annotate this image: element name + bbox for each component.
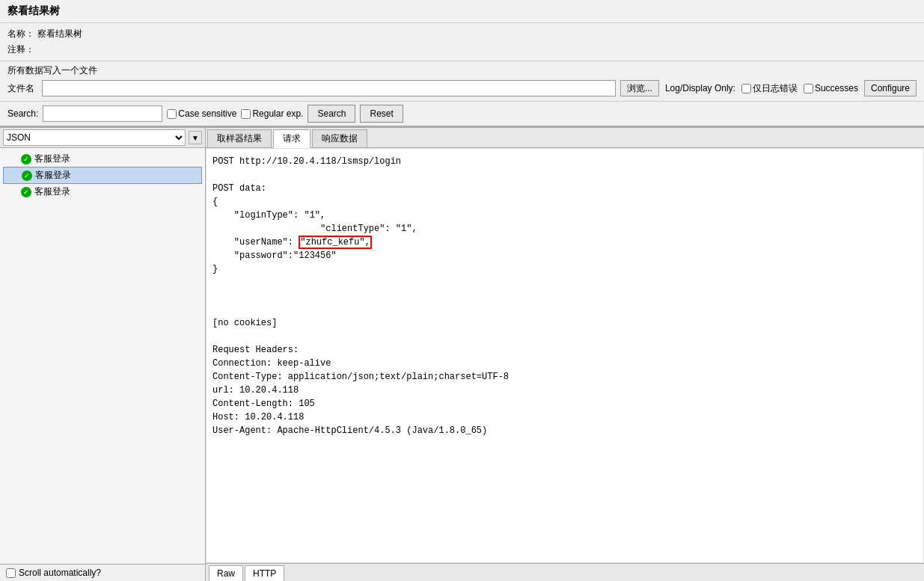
tab-response-label: 响应数据 bbox=[322, 133, 358, 144]
tree-label-3: 客服登录 bbox=[34, 185, 70, 198]
search-button[interactable]: Search bbox=[308, 105, 355, 123]
file-label: 文件名 bbox=[7, 82, 37, 95]
main-container: 察看结果树 名称： 察看结果树 注释： 所有数据写入一个文件 文件名 浏览...… bbox=[0, 0, 924, 581]
file-input[interactable] bbox=[42, 80, 616, 96]
title-text: 察看结果树 bbox=[7, 4, 60, 16]
tab-response[interactable]: 响应数据 bbox=[312, 129, 367, 147]
status-check-3: ✓ bbox=[21, 187, 31, 197]
regex-text: Regular exp. bbox=[252, 108, 303, 119]
tab-sampler-label: 取样器结果 bbox=[217, 133, 262, 144]
right-panel: 取样器结果 请求 响应数据 POST http://10.20.4.118/ls… bbox=[206, 128, 924, 581]
highlight-text: "zhufc_kefu", bbox=[299, 236, 372, 249]
case-sensitive-checkbox[interactable] bbox=[167, 109, 177, 119]
successes-checkbox-label[interactable]: Successes bbox=[804, 83, 858, 93]
json-select[interactable]: JSON bbox=[3, 129, 186, 146]
successes-label: Successes bbox=[815, 83, 858, 93]
search-input[interactable] bbox=[43, 105, 162, 122]
tree-item-1[interactable]: ✓ 客服登录 bbox=[3, 151, 202, 167]
log-display-label: Log/Display Only: bbox=[665, 83, 735, 93]
tree-label-2: 客服登录 bbox=[35, 169, 71, 182]
tree-item-3[interactable]: ✓ 客服登录 bbox=[3, 184, 202, 200]
tree-container: ✓ 客服登录 ✓ 客服登录 ✓ 客服登录 bbox=[0, 148, 205, 564]
regex-checkbox[interactable] bbox=[241, 109, 251, 119]
regex-label[interactable]: Regular exp. bbox=[241, 108, 303, 119]
case-sensitive-text: Case sensitive bbox=[178, 108, 236, 119]
reset-button[interactable]: Reset bbox=[360, 105, 403, 123]
name-row: 名称： 察看结果树 bbox=[7, 26, 917, 42]
bottom-tabs: Raw HTTP bbox=[206, 563, 924, 581]
file-row: 文件名 浏览... Log/Display Only: 仅日志错误 Succes… bbox=[7, 79, 917, 98]
errors-only-checkbox[interactable] bbox=[741, 84, 751, 93]
expand-button[interactable]: ▼ bbox=[189, 131, 202, 144]
bottom-tab-raw[interactable]: Raw bbox=[209, 565, 243, 581]
errors-only-label: 仅日志错误 bbox=[753, 82, 798, 95]
status-check-1: ✓ bbox=[21, 154, 31, 165]
status-check-2: ✓ bbox=[22, 170, 32, 181]
form-section: 名称： 察看结果树 注释： bbox=[0, 23, 924, 61]
tab-request[interactable]: 请求 bbox=[273, 129, 310, 148]
all-data-note: 所有数据写入一个文件 bbox=[7, 63, 917, 79]
tab-sampler-result[interactable]: 取样器结果 bbox=[207, 129, 272, 147]
tabs-bar: 取样器结果 请求 响应数据 bbox=[206, 128, 924, 148]
left-panel: JSON ▼ ✓ 客服登录 ✓ 客服登录 ✓ 客服登录 bbox=[0, 128, 206, 581]
scroll-auto-checkbox[interactable] bbox=[6, 568, 16, 578]
comment-label: 注释： bbox=[7, 43, 37, 56]
content-view: POST http://10.20.4.118/lsmsp/login POST… bbox=[206, 148, 924, 563]
file-section: 所有数据写入一个文件 文件名 浏览... Log/Display Only: 仅… bbox=[0, 61, 924, 102]
left-panel-header: JSON ▼ bbox=[0, 128, 205, 148]
options-row: 浏览... Log/Display Only: 仅日志错误 Successes … bbox=[620, 80, 917, 96]
tree-item-2[interactable]: ✓ 客服登录 bbox=[3, 167, 202, 184]
name-label: 名称： bbox=[7, 28, 37, 40]
successes-checkbox[interactable] bbox=[804, 84, 813, 93]
search-label: Search: bbox=[7, 108, 38, 119]
bottom-tab-http[interactable]: HTTP bbox=[245, 565, 284, 581]
configure-button[interactable]: Configure bbox=[864, 80, 917, 96]
errors-only-checkbox-label[interactable]: 仅日志错误 bbox=[741, 82, 798, 95]
tab-request-label: 请求 bbox=[283, 133, 301, 144]
name-value: 察看结果树 bbox=[37, 28, 82, 40]
scroll-auto-label: Scroll automatically? bbox=[19, 568, 101, 578]
scroll-check: Scroll automatically? bbox=[0, 564, 205, 581]
case-sensitive-label[interactable]: Case sensitive bbox=[167, 108, 236, 119]
search-bar: Search: Case sensitive Regular exp. Sear… bbox=[0, 102, 924, 127]
tree-label-1: 客服登录 bbox=[34, 153, 70, 165]
browse-button[interactable]: 浏览... bbox=[620, 80, 659, 96]
content-area: JSON ▼ ✓ 客服登录 ✓ 客服登录 ✓ 客服登录 bbox=[0, 127, 924, 581]
comment-row: 注释： bbox=[7, 42, 917, 58]
window-title: 察看结果树 bbox=[0, 0, 924, 23]
